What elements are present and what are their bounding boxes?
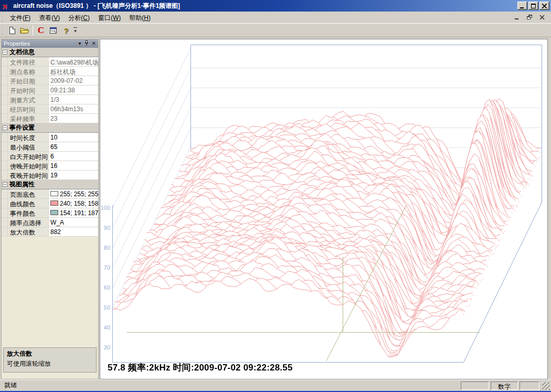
property-value[interactable]: 16: [49, 161, 98, 170]
property-value[interactable]: 65: [49, 142, 98, 151]
help-button[interactable]: ?: [60, 25, 72, 36]
toolbar: C ? ▾: [0, 24, 551, 37]
property-row[interactable]: 最小阈值65: [2, 142, 98, 152]
properties-header[interactable]: Properties ▾ ✕: [2, 39, 98, 48]
description-box: 放大倍数 可使用滚轮缩放: [3, 347, 97, 373]
pin-icon: [84, 40, 89, 46]
color-swatch[interactable]: [50, 191, 58, 196]
property-label: 曲线颜色: [8, 199, 49, 208]
properties-button[interactable]: [47, 25, 60, 36]
status-cell: [520, 382, 539, 390]
property-row[interactable]: 夜晚开始时间19: [2, 171, 98, 180]
row-indent: [2, 199, 8, 208]
menu-item-v[interactable]: 查看(V): [35, 13, 64, 23]
property-row[interactable]: 测点名称栎社机场: [2, 67, 98, 76]
record-c-icon: C: [38, 25, 44, 36]
property-value[interactable]: 2009-07-02: [49, 76, 98, 85]
section-title: 事件设置: [9, 123, 35, 132]
help-icon: ?: [63, 26, 68, 35]
property-label: 测点名称: [8, 67, 49, 76]
property-row[interactable]: 频率点选择W_A: [2, 218, 98, 227]
property-row[interactable]: 傍晚开始时间16: [2, 161, 98, 171]
description-title: 放大倍数: [7, 349, 93, 358]
property-value[interactable]: C:\awa6298\机场: [49, 57, 98, 66]
property-value[interactable]: 23: [49, 114, 98, 123]
section-header[interactable]: −事件设置: [2, 123, 98, 133]
property-row[interactable]: 开始时间09:21:38: [2, 86, 98, 95]
spectrogram-canvas[interactable]: [100, 39, 547, 379]
property-row[interactable]: 测量方式1/3: [2, 95, 98, 104]
menu-item-w[interactable]: 窗口(W): [94, 13, 125, 23]
property-label: 白天开始时间: [8, 152, 49, 161]
row-indent: [2, 86, 8, 94]
mdi-close-button[interactable]: [538, 14, 546, 21]
property-value[interactable]: 154; 191; 187: [49, 208, 98, 217]
close-button[interactable]: [539, 2, 549, 10]
collapse-icon[interactable]: −: [3, 125, 7, 130]
property-value[interactable]: 1/3: [49, 95, 98, 104]
properties-close-button[interactable]: ✕: [92, 41, 96, 46]
property-label: 经历时间: [8, 104, 49, 113]
property-label: 页面底色: [8, 189, 49, 198]
property-value[interactable]: 09:21:38: [49, 86, 98, 94]
record-c-button[interactable]: C: [35, 25, 47, 36]
property-value[interactable]: W_A: [49, 218, 98, 227]
property-row[interactable]: 采样频率23: [2, 114, 98, 123]
property-row[interactable]: 曲线颜色240; 158; 158: [2, 199, 98, 208]
property-row[interactable]: 时间长度10: [2, 133, 98, 142]
toolbar-separator: [33, 26, 33, 35]
property-value[interactable]: 255; 255; 255: [49, 189, 98, 198]
mdi-minimize-button[interactable]: [513, 14, 521, 21]
window-position-menu-button[interactable]: ▾: [79, 41, 81, 46]
section-header[interactable]: −视图属性: [2, 180, 98, 189]
properties-grid: −文档信息文件路径C:\awa6298\机场测点名称栎社机场开始日期2009-0…: [2, 48, 98, 237]
status-cell: [461, 382, 489, 390]
property-row[interactable]: 页面底色255; 255; 255: [2, 189, 98, 199]
minimize-button[interactable]: [517, 2, 527, 10]
toolbar-overflow-button[interactable]: ▾: [73, 27, 77, 34]
mdi-restore-button[interactable]: [526, 14, 533, 21]
property-row[interactable]: 事件颜色154; 191; 187: [2, 208, 98, 218]
property-row[interactable]: 放大倍数882: [2, 227, 98, 237]
readout-time: 时间:2009-07-02 09:22:28.55: [173, 363, 293, 373]
property-row[interactable]: 经历时间06h34m13s: [2, 104, 98, 114]
property-value[interactable]: 6: [49, 152, 98, 161]
section-title: 文档信息: [9, 48, 35, 57]
open-file-button[interactable]: [18, 25, 31, 36]
property-label: 采样频率: [8, 114, 49, 123]
property-label: 开始日期: [8, 76, 49, 85]
property-row[interactable]: 开始日期2009-07-02: [2, 76, 98, 86]
window-title: aircraft noise（ISO3891 ） - [飞机噪声分析1-事件1频…: [13, 2, 516, 10]
color-swatch[interactable]: [50, 210, 58, 215]
menu-item-h[interactable]: 帮助(H): [125, 13, 155, 23]
pin-button[interactable]: [84, 40, 89, 47]
property-value[interactable]: 06h34m13s: [49, 104, 98, 113]
color-swatch[interactable]: [50, 200, 58, 206]
menu-item-f[interactable]: 文件(F): [6, 13, 35, 23]
property-label: 测量方式: [8, 95, 49, 104]
row-indent: [2, 208, 8, 217]
property-value[interactable]: 240; 158; 158: [49, 199, 98, 208]
property-value[interactable]: 栎社机场: [49, 67, 98, 76]
row-indent: [2, 161, 8, 170]
property-value[interactable]: 19: [49, 171, 98, 179]
open-folder-icon: [20, 27, 29, 34]
collapse-icon[interactable]: −: [3, 182, 7, 187]
menu-grip[interactable]: [2, 13, 3, 22]
property-label: 傍晚开始时间: [8, 161, 49, 170]
readout-level: 57.8: [108, 363, 125, 373]
title-bar[interactable]: ✈ aircraft noise（ISO3891 ） - [飞机噪声分析1-事件…: [0, 0, 551, 12]
section-header[interactable]: −文档信息: [2, 48, 98, 57]
maximize-button[interactable]: [528, 2, 538, 10]
property-row[interactable]: 白天开始时间6: [2, 152, 98, 161]
property-label: 文件路径: [8, 57, 49, 66]
collapse-icon[interactable]: −: [3, 50, 7, 55]
property-value[interactable]: 10: [49, 133, 98, 142]
toolbar-grip[interactable]: [2, 26, 3, 35]
menu-item-c[interactable]: 分析(C): [64, 13, 94, 23]
new-document-button[interactable]: [6, 25, 18, 36]
resize-grip[interactable]: [542, 382, 550, 390]
chart-view: 57.8 频率:2kHz 时间:2009-07-02 09:22:28.55: [100, 39, 548, 379]
property-row[interactable]: 文件路径C:\awa6298\机场: [2, 57, 98, 67]
property-value[interactable]: 882: [49, 227, 98, 236]
